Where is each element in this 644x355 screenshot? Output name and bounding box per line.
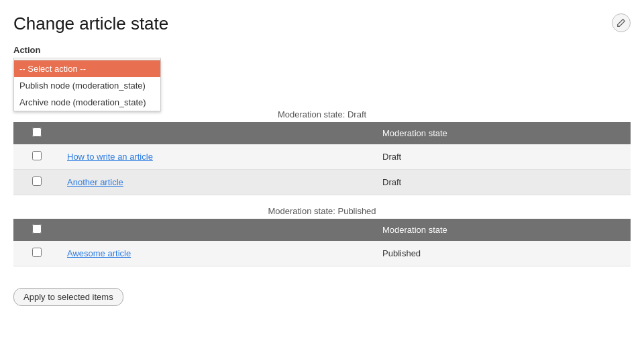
page-title: Change article state — [13, 13, 631, 34]
dropdown-overlay: -- Select action -- Publish node (modera… — [13, 60, 161, 111]
published-row1-checkbox[interactable] — [32, 248, 42, 257]
dropdown-item-archive[interactable]: Archive node (moderation_state) — [14, 94, 160, 111]
draft-header-state-col: Moderation state — [376, 122, 631, 144]
action-section: Action -- Select action -- Publish node … — [13, 45, 631, 76]
draft-table: Moderation state How to write an article… — [13, 122, 631, 195]
draft-section: Moderation state: Draft Moderation state — [13, 109, 631, 195]
edit-icon — [616, 18, 626, 28]
draft-row1-title-cell: How to write an article — [60, 144, 376, 170]
published-section-header: Moderation state: Published — [13, 206, 631, 216]
published-row1-title-cell: Awesome article — [60, 241, 376, 266]
apply-button[interactable]: Apply to selected items — [13, 288, 123, 306]
table-row: Awesome article Published — [13, 241, 631, 266]
draft-row2-link[interactable]: Another article — [67, 177, 123, 187]
published-table: Moderation state Awesome article Publish… — [13, 219, 631, 266]
edit-icon-button[interactable] — [612, 13, 631, 32]
dropdown-item-select-action[interactable]: -- Select action -- — [14, 60, 160, 77]
draft-row2-checkbox[interactable] — [32, 176, 42, 186]
table-row: Another article Draft — [13, 170, 631, 195]
draft-select-all-checkbox[interactable] — [32, 128, 42, 137]
published-select-all-checkbox[interactable] — [32, 224, 42, 234]
table-row: How to write an article Draft — [13, 144, 631, 170]
published-table-header-row: Moderation state — [13, 219, 631, 241]
action-label: Action — [13, 45, 631, 55]
dropdown-item-publish[interactable]: Publish node (moderation_state) — [14, 77, 160, 94]
draft-row1-link[interactable]: How to write an article — [67, 152, 153, 162]
published-row1-link[interactable]: Awesome article — [67, 248, 131, 258]
draft-row2-checkbox-cell — [13, 170, 60, 195]
draft-row1-checkbox-cell — [13, 144, 60, 170]
draft-header-checkbox-col — [13, 122, 60, 144]
published-section: Moderation state: Published Moderation s… — [13, 206, 631, 266]
draft-row2-state-cell: Draft — [376, 170, 631, 195]
published-header-state-col: Moderation state — [376, 219, 631, 241]
draft-row2-title-cell: Another article — [60, 170, 376, 195]
draft-row1-state-cell: Draft — [376, 144, 631, 170]
tables-section: Moderation state: Draft Moderation state — [13, 109, 631, 266]
draft-header-title-col — [60, 122, 376, 144]
published-row1-checkbox-cell — [13, 241, 60, 266]
draft-table-header-row: Moderation state — [13, 122, 631, 144]
draft-row1-checkbox[interactable] — [32, 151, 42, 160]
page-container: Change article state Action -- Select ac… — [0, 0, 644, 319]
published-header-checkbox-col — [13, 219, 60, 241]
published-row1-state-cell: Published — [376, 241, 631, 266]
published-header-title-col — [60, 219, 376, 241]
